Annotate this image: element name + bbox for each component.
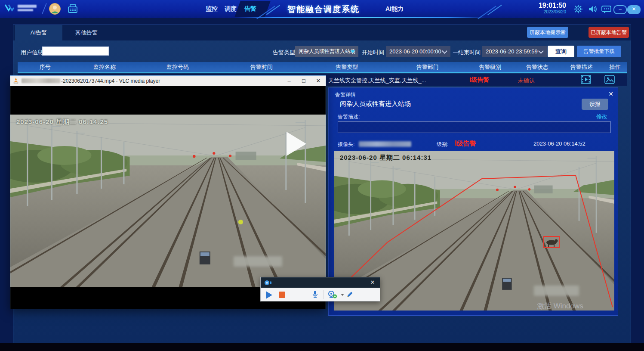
alarm-time: 2023-06-20 06:14:52 [533,140,585,147]
recording-toolbar-body [261,288,380,301]
level-label: 级别: [437,141,448,148]
nav-item-ai[interactable]: AI能力 [385,5,404,13]
chevron-down-icon [351,50,355,53]
alarm-type-value: 闲杂人员或牲畜进入站场 [299,48,355,54]
user-info-label: 用户信息 [21,49,43,56]
row-level: Ⅰ级告警 [469,76,489,84]
mic-icon[interactable] [311,290,319,300]
detail-alarm-type: 闲杂人员或牲畜进入站场 [340,100,411,108]
start-time-picker[interactable]: 2023-06-20 00:00:00 [386,46,450,57]
marker-dot [238,220,243,224]
modify-link[interactable]: 修改 [596,113,607,121]
clock-date: 2023/06/20 [533,9,566,15]
play-button[interactable] [266,291,272,299]
nav-item-alarm[interactable]: 告警 [244,5,256,13]
footer-strip [0,343,644,351]
video-icon[interactable] [581,75,591,86]
vlc-close-button[interactable]: ✕ [311,76,326,86]
clock: 19:01:50 2023/06/20 [533,2,566,14]
nav-item-dispatch[interactable]: 调度 [225,5,237,13]
query-button[interactable]: 查询 [548,46,574,57]
col-alarm-department: 告警部门 [389,62,465,72]
tab-other-alarm[interactable]: 其他告警 [62,25,111,40]
avatar-icon[interactable] [49,3,61,15]
alarm-type-select[interactable]: 闲杂人员或牲畜进入站场 [295,46,358,57]
minimize-button[interactable]: – [613,5,627,14]
top-bar: 监控 调度 告警 智能融合调度系统 AI能力 19:01:50 2023/06/… [0,0,644,18]
brand-wordmark [18,5,37,11]
redacted-text [22,78,60,83]
pencil-icon[interactable] [346,290,354,300]
mute-local-sound-button[interactable]: 屏蔽本地提示音 [527,27,568,38]
webcam-add-icon[interactable] [328,290,337,301]
batch-download-button[interactable]: 告警批量下载 [577,46,621,57]
decorative-line [236,17,485,18]
divider [324,290,324,299]
user-info-input[interactable] [42,47,109,56]
fax-icon[interactable] [67,3,78,16]
col-alarm-desc: 告警描述 [560,62,603,72]
tab-strip: AI告警 其他告警 屏蔽本地提示音 已屏蔽本地告警 [13,25,631,40]
divider [42,3,47,14]
filter-bar: 用户信息 告警类型 闲杂人员或牲畜进入站场 开始时间 2023-06-20 00… [13,46,631,59]
stop-button[interactable] [279,292,285,298]
webcam-icon [264,280,272,287]
vlc-cone-icon [13,77,19,86]
start-time-label: 开始时间 [362,49,384,56]
app-title: 智能融合调度系统 [280,4,367,15]
alarm-type-label: 告警类型 [273,49,295,56]
close-button[interactable]: ✕ [627,5,641,14]
end-time-value: 2023-06-20 23:59:59 [486,48,538,55]
col-actions: 操作 [603,62,627,72]
end-time-label: 结束时间 [458,49,481,56]
col-alarm-level: 告警级别 [465,62,514,72]
image-icon[interactable] [604,75,615,86]
brand-chevron-icon [4,3,15,13]
windows-activation-watermark: 激活 Windows [537,301,583,311]
level-value: Ⅰ级告警 [455,140,476,148]
local-alarm-muted-button[interactable]: 已屏蔽本地告警 [589,27,629,38]
detail-title: 告警详情 [335,91,356,99]
chevron-down-icon [538,48,544,54]
redacted-text [234,256,282,267]
chevron-down-icon[interactable] [341,294,344,296]
alarm-description-input[interactable] [338,121,610,133]
redacted-text [359,141,411,147]
vlc-titlebar[interactable]: -20230620173744.mp4 - VLC media player –… [10,76,326,86]
vlc-window-title: -20230620173744.mp4 - VLC media player [22,78,160,84]
message-icon[interactable] [601,5,612,16]
chevron-down-icon [442,48,447,54]
recording-toolbar: ✕ [260,277,380,301]
vlc-minimize-button[interactable]: – [282,76,296,86]
row-status: 未确认 [518,77,535,84]
recording-toolbar-titlebar[interactable]: ✕ [261,277,380,288]
detected-animal [546,239,558,247]
clock-time: 19:01:50 [533,2,566,9]
col-monitor-number: 监控号码 [136,62,219,72]
col-alarm-status: 告警状态 [515,62,560,72]
table-header: 序号 监控名称 监控号码 告警时间 告警类型 告警部门 告警级别 告警状态 告警… [18,62,627,73]
video-timestamp: 2023-06-20 星期二 06:14:25 [16,118,108,126]
camera-label: 摄像头: [338,141,354,148]
gear-icon[interactable] [573,4,583,16]
tab-ai-alarm[interactable]: AI告警 [15,25,62,40]
end-time-picker[interactable]: 2023-06-20 23:59:59 [482,46,547,57]
video-frame: 2023-06-20 星期二 06:14:25 [10,115,326,287]
row-department: 天兰线安全管控,天兰线_安监,天兰线_... [328,77,426,84]
nav-item-monitor[interactable]: 监控 [206,5,218,13]
close-icon[interactable]: ✕ [607,90,615,98]
description-label: 告警描述: [338,113,360,121]
brand-logo [4,3,37,13]
snapshot-timestamp: 2023-06-20 星期二 06:14:31 [340,154,431,162]
col-alarm-time: 告警时间 [219,62,304,72]
vlc-video-area[interactable]: 2023-06-20 星期二 06:14:25 [10,86,326,309]
close-icon[interactable]: ✕ [369,279,376,286]
redacted-text [534,286,579,296]
speaker-icon[interactable] [588,4,597,16]
col-monitor-name: 监控名称 [73,62,137,72]
play-overlay-icon[interactable] [287,132,306,156]
false-report-button[interactable]: 误报 [582,99,608,110]
start-time-value: 2023-06-20 00:00:00 [389,48,441,55]
vlc-maximize-button[interactable]: □ [296,76,311,86]
col-seq: 序号 [18,62,73,72]
